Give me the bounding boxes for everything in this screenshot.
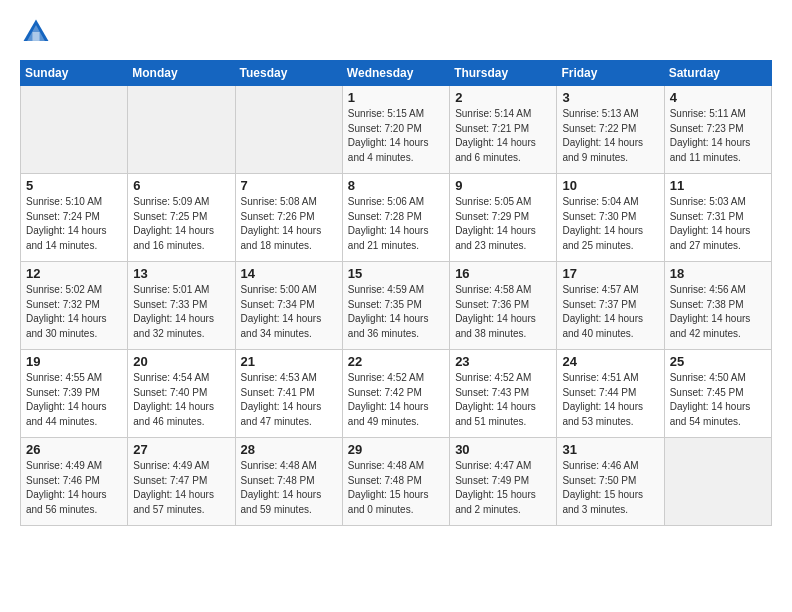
cell-info: Sunrise: 5:06 AM Sunset: 7:28 PM Dayligh…	[348, 195, 444, 253]
cell-date: 23	[455, 354, 551, 369]
calendar-cell: 28Sunrise: 4:48 AM Sunset: 7:48 PM Dayli…	[235, 438, 342, 526]
cell-date: 28	[241, 442, 337, 457]
calendar-cell: 24Sunrise: 4:51 AM Sunset: 7:44 PM Dayli…	[557, 350, 664, 438]
weekday-row: SundayMondayTuesdayWednesdayThursdayFrid…	[21, 61, 772, 86]
cell-info: Sunrise: 4:57 AM Sunset: 7:37 PM Dayligh…	[562, 283, 658, 341]
weekday-header-wednesday: Wednesday	[342, 61, 449, 86]
cell-date: 14	[241, 266, 337, 281]
calendar-cell	[235, 86, 342, 174]
cell-info: Sunrise: 4:58 AM Sunset: 7:36 PM Dayligh…	[455, 283, 551, 341]
cell-date: 29	[348, 442, 444, 457]
cell-info: Sunrise: 4:53 AM Sunset: 7:41 PM Dayligh…	[241, 371, 337, 429]
calendar-cell: 20Sunrise: 4:54 AM Sunset: 7:40 PM Dayli…	[128, 350, 235, 438]
week-row-4: 26Sunrise: 4:49 AM Sunset: 7:46 PM Dayli…	[21, 438, 772, 526]
cell-info: Sunrise: 5:04 AM Sunset: 7:30 PM Dayligh…	[562, 195, 658, 253]
week-row-3: 19Sunrise: 4:55 AM Sunset: 7:39 PM Dayli…	[21, 350, 772, 438]
cell-info: Sunrise: 5:01 AM Sunset: 7:33 PM Dayligh…	[133, 283, 229, 341]
cell-date: 13	[133, 266, 229, 281]
calendar-cell: 4Sunrise: 5:11 AM Sunset: 7:23 PM Daylig…	[664, 86, 771, 174]
calendar-cell: 12Sunrise: 5:02 AM Sunset: 7:32 PM Dayli…	[21, 262, 128, 350]
cell-info: Sunrise: 4:59 AM Sunset: 7:35 PM Dayligh…	[348, 283, 444, 341]
cell-info: Sunrise: 5:10 AM Sunset: 7:24 PM Dayligh…	[26, 195, 122, 253]
cell-date: 15	[348, 266, 444, 281]
week-row-0: 1Sunrise: 5:15 AM Sunset: 7:20 PM Daylig…	[21, 86, 772, 174]
weekday-header-friday: Friday	[557, 61, 664, 86]
calendar-cell	[128, 86, 235, 174]
cell-info: Sunrise: 4:48 AM Sunset: 7:48 PM Dayligh…	[348, 459, 444, 517]
week-row-1: 5Sunrise: 5:10 AM Sunset: 7:24 PM Daylig…	[21, 174, 772, 262]
calendar-cell: 15Sunrise: 4:59 AM Sunset: 7:35 PM Dayli…	[342, 262, 449, 350]
calendar-cell: 31Sunrise: 4:46 AM Sunset: 7:50 PM Dayli…	[557, 438, 664, 526]
calendar-cell: 9Sunrise: 5:05 AM Sunset: 7:29 PM Daylig…	[450, 174, 557, 262]
cell-info: Sunrise: 4:55 AM Sunset: 7:39 PM Dayligh…	[26, 371, 122, 429]
cell-info: Sunrise: 5:02 AM Sunset: 7:32 PM Dayligh…	[26, 283, 122, 341]
calendar-cell: 8Sunrise: 5:06 AM Sunset: 7:28 PM Daylig…	[342, 174, 449, 262]
calendar-body: 1Sunrise: 5:15 AM Sunset: 7:20 PM Daylig…	[21, 86, 772, 526]
cell-info: Sunrise: 4:51 AM Sunset: 7:44 PM Dayligh…	[562, 371, 658, 429]
cell-info: Sunrise: 4:48 AM Sunset: 7:48 PM Dayligh…	[241, 459, 337, 517]
cell-info: Sunrise: 4:54 AM Sunset: 7:40 PM Dayligh…	[133, 371, 229, 429]
calendar-cell: 6Sunrise: 5:09 AM Sunset: 7:25 PM Daylig…	[128, 174, 235, 262]
cell-date: 30	[455, 442, 551, 457]
cell-date: 26	[26, 442, 122, 457]
cell-info: Sunrise: 4:49 AM Sunset: 7:46 PM Dayligh…	[26, 459, 122, 517]
cell-date: 16	[455, 266, 551, 281]
calendar-header: SundayMondayTuesdayWednesdayThursdayFrid…	[21, 61, 772, 86]
calendar-cell: 1Sunrise: 5:15 AM Sunset: 7:20 PM Daylig…	[342, 86, 449, 174]
calendar-cell: 23Sunrise: 4:52 AM Sunset: 7:43 PM Dayli…	[450, 350, 557, 438]
svg-rect-2	[32, 32, 39, 41]
calendar-cell: 25Sunrise: 4:50 AM Sunset: 7:45 PM Dayli…	[664, 350, 771, 438]
calendar-cell: 16Sunrise: 4:58 AM Sunset: 7:36 PM Dayli…	[450, 262, 557, 350]
week-row-2: 12Sunrise: 5:02 AM Sunset: 7:32 PM Dayli…	[21, 262, 772, 350]
calendar-cell: 11Sunrise: 5:03 AM Sunset: 7:31 PM Dayli…	[664, 174, 771, 262]
cell-date: 20	[133, 354, 229, 369]
weekday-header-tuesday: Tuesday	[235, 61, 342, 86]
calendar-cell: 29Sunrise: 4:48 AM Sunset: 7:48 PM Dayli…	[342, 438, 449, 526]
cell-date: 4	[670, 90, 766, 105]
calendar-cell	[21, 86, 128, 174]
cell-date: 6	[133, 178, 229, 193]
cell-info: Sunrise: 4:56 AM Sunset: 7:38 PM Dayligh…	[670, 283, 766, 341]
cell-date: 17	[562, 266, 658, 281]
calendar-cell: 19Sunrise: 4:55 AM Sunset: 7:39 PM Dayli…	[21, 350, 128, 438]
calendar-cell: 18Sunrise: 4:56 AM Sunset: 7:38 PM Dayli…	[664, 262, 771, 350]
calendar-cell: 10Sunrise: 5:04 AM Sunset: 7:30 PM Dayli…	[557, 174, 664, 262]
cell-info: Sunrise: 5:05 AM Sunset: 7:29 PM Dayligh…	[455, 195, 551, 253]
calendar-cell	[664, 438, 771, 526]
cell-date: 19	[26, 354, 122, 369]
cell-info: Sunrise: 5:15 AM Sunset: 7:20 PM Dayligh…	[348, 107, 444, 165]
cell-info: Sunrise: 4:50 AM Sunset: 7:45 PM Dayligh…	[670, 371, 766, 429]
cell-info: Sunrise: 5:13 AM Sunset: 7:22 PM Dayligh…	[562, 107, 658, 165]
calendar: SundayMondayTuesdayWednesdayThursdayFrid…	[20, 60, 772, 526]
cell-info: Sunrise: 5:11 AM Sunset: 7:23 PM Dayligh…	[670, 107, 766, 165]
cell-info: Sunrise: 5:00 AM Sunset: 7:34 PM Dayligh…	[241, 283, 337, 341]
calendar-cell: 17Sunrise: 4:57 AM Sunset: 7:37 PM Dayli…	[557, 262, 664, 350]
cell-info: Sunrise: 5:03 AM Sunset: 7:31 PM Dayligh…	[670, 195, 766, 253]
cell-date: 31	[562, 442, 658, 457]
calendar-cell: 22Sunrise: 4:52 AM Sunset: 7:42 PM Dayli…	[342, 350, 449, 438]
calendar-cell: 7Sunrise: 5:08 AM Sunset: 7:26 PM Daylig…	[235, 174, 342, 262]
calendar-cell: 2Sunrise: 5:14 AM Sunset: 7:21 PM Daylig…	[450, 86, 557, 174]
header	[20, 16, 772, 48]
weekday-header-thursday: Thursday	[450, 61, 557, 86]
cell-info: Sunrise: 5:14 AM Sunset: 7:21 PM Dayligh…	[455, 107, 551, 165]
cell-date: 11	[670, 178, 766, 193]
calendar-cell: 3Sunrise: 5:13 AM Sunset: 7:22 PM Daylig…	[557, 86, 664, 174]
cell-date: 22	[348, 354, 444, 369]
cell-date: 21	[241, 354, 337, 369]
cell-date: 7	[241, 178, 337, 193]
cell-info: Sunrise: 4:49 AM Sunset: 7:47 PM Dayligh…	[133, 459, 229, 517]
calendar-cell: 21Sunrise: 4:53 AM Sunset: 7:41 PM Dayli…	[235, 350, 342, 438]
calendar-cell: 14Sunrise: 5:00 AM Sunset: 7:34 PM Dayli…	[235, 262, 342, 350]
page: SundayMondayTuesdayWednesdayThursdayFrid…	[0, 0, 792, 612]
cell-info: Sunrise: 5:08 AM Sunset: 7:26 PM Dayligh…	[241, 195, 337, 253]
cell-date: 12	[26, 266, 122, 281]
calendar-cell: 13Sunrise: 5:01 AM Sunset: 7:33 PM Dayli…	[128, 262, 235, 350]
cell-date: 1	[348, 90, 444, 105]
logo-icon	[20, 16, 52, 48]
cell-info: Sunrise: 4:52 AM Sunset: 7:42 PM Dayligh…	[348, 371, 444, 429]
cell-date: 9	[455, 178, 551, 193]
cell-info: Sunrise: 5:09 AM Sunset: 7:25 PM Dayligh…	[133, 195, 229, 253]
cell-date: 2	[455, 90, 551, 105]
weekday-header-saturday: Saturday	[664, 61, 771, 86]
